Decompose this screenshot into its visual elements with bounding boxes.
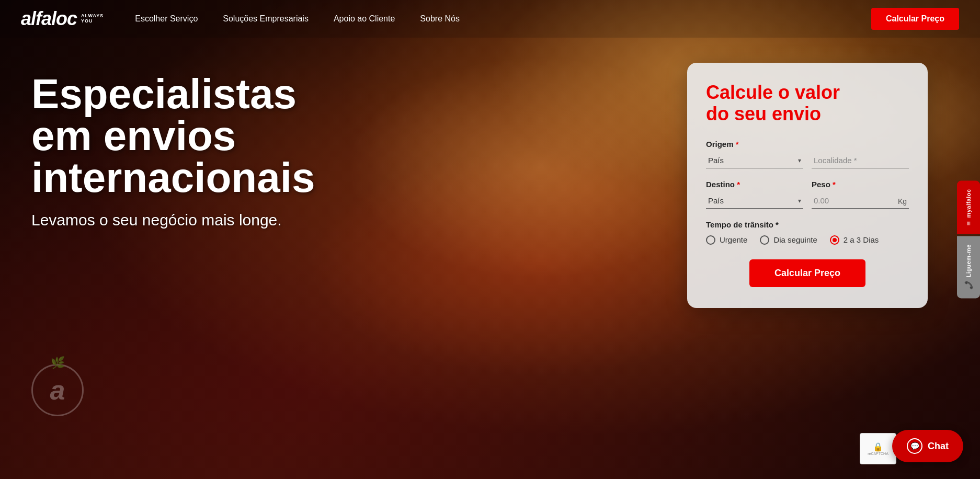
recaptcha-badge: 🔒 reCAPTCHA [860,433,896,464]
logo[interactable]: alfaloc ALWAYS YOU [21,8,104,30]
radio-2a3dias-inner [833,238,837,242]
origem-pais-select[interactable]: País [706,153,803,168]
destino-group: Destino * País ▾ [706,180,803,209]
peso-label: Peso * [812,180,909,189]
calculator-panel: Calcule o valor do seu envio Origem * Pa… [687,63,928,308]
nav-links: Escolher Serviço Soluções Empresariais A… [135,14,871,24]
radio-2a3dias-circle [830,235,839,245]
transit-urgente[interactable]: Urgente [706,235,747,245]
my-alfaloc-button[interactable]: ≡ myalfaloc [957,181,980,234]
my-alfaloc-icon: ≡ [964,221,973,226]
transit-2a3dias-label: 2 a 3 Dias [844,235,879,244]
origem-pais-wrapper: País ▾ [706,153,803,168]
chat-button[interactable]: 💬 Chat [892,430,963,462]
logo-watermark-circle: a [31,364,84,416]
transit-dia-seguinte-label: Dia seguinte [773,235,817,244]
transit-dia-seguinte[interactable]: Dia seguinte [760,235,817,245]
destino-peso-section: Destino * País ▾ Peso * [706,180,909,209]
logo-watermark: a [31,364,84,416]
peso-wrapper: Kg [812,193,909,209]
chat-icon: 💬 [907,438,922,454]
nav-calcular-preco-button[interactable]: Calcular Preço [871,8,959,30]
hero-content: Especialistas em envios internacionais L… [31,73,335,229]
destino-peso-row: Destino * País ▾ Peso * [706,180,909,209]
logo-tagline: ALWAYS YOU [81,14,104,24]
phone-icon: 📞 [964,281,973,290]
nav-solucoes-empresariais[interactable]: Soluções Empresariais [223,14,309,24]
origem-localidade-group [812,153,909,168]
peso-input[interactable] [812,193,909,209]
chat-label: Chat [928,441,949,452]
calcular-preco-button[interactable]: Calcular Preço [749,259,865,287]
logo-text: alfaloc [21,8,77,30]
hero-title: Especialistas em envios internacionais [31,73,335,199]
origem-row: País ▾ [706,153,909,168]
liguem-me-button[interactable]: 📞 Liguem-me [957,236,980,299]
navbar: alfaloc ALWAYS YOU Escolher Serviço Solu… [0,0,980,38]
origem-section: Origem * País ▾ [706,140,909,168]
transit-label: Tempo de trânsito * [706,220,909,229]
destino-pais-select[interactable]: País [706,193,803,209]
peso-group: Peso * Kg [812,180,909,209]
sidebar-right: ≡ myalfaloc 📞 Liguem-me [957,181,980,299]
hero-subtitle: Levamos o seu negócio mais longe. [31,211,335,229]
nav-sobre-nos[interactable]: Sobre Nós [420,14,460,24]
transit-options: Urgente Dia seguinte 2 a 3 Dias [706,235,909,245]
radio-urgente-circle [706,235,715,245]
nav-escolher-servico[interactable]: Escolher Serviço [135,14,198,24]
destino-label: Destino * [706,180,803,189]
calculator-title: Calcule o valor do seu envio [706,82,909,125]
origem-pais-group: País ▾ [706,153,803,168]
transit-section: Tempo de trânsito * Urgente Dia seguinte… [706,220,909,245]
nav-apoio-cliente[interactable]: Apoio ao Cliente [334,14,395,24]
transit-urgente-label: Urgente [720,235,747,244]
destino-pais-wrapper: País ▾ [706,193,803,209]
origem-localidade-input[interactable] [812,153,909,168]
radio-dia-seguinte-circle [760,235,769,245]
peso-unit: Kg [898,197,907,206]
origem-label: Origem * [706,140,909,149]
transit-2a3dias[interactable]: 2 a 3 Dias [830,235,879,245]
hero-section: alfaloc ALWAYS YOU Escolher Serviço Solu… [0,0,980,479]
